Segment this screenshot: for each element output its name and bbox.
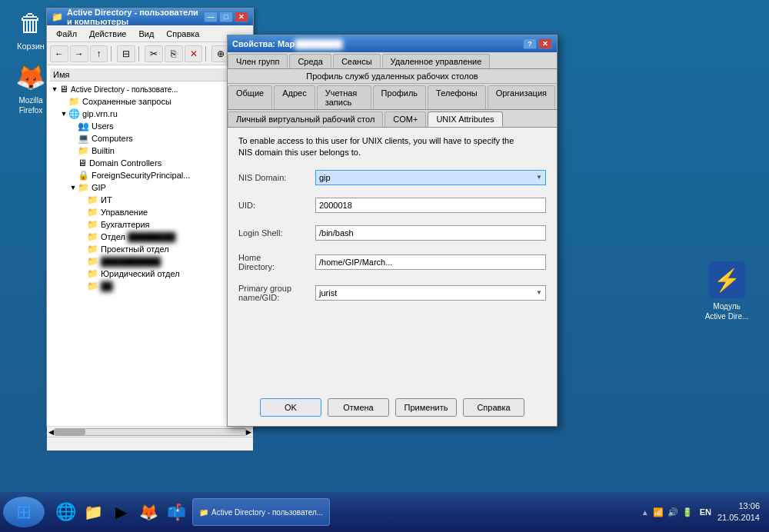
scrollbar-thumb[interactable] bbox=[55, 429, 85, 435]
ok-button[interactable]: OK bbox=[260, 398, 321, 417]
tab-org[interactable]: Организация bbox=[488, 85, 555, 109]
menu-view[interactable]: Вид bbox=[132, 28, 160, 40]
tab-personal-desktop[interactable]: Личный виртуальный рабочий стол bbox=[228, 111, 383, 127]
users-label: Users bbox=[92, 121, 114, 131]
foreign-label: ForeignSecurityPrincipal... bbox=[92, 171, 190, 180]
tree-item-dc[interactable]: 🖥 Domain Controllers bbox=[50, 157, 249, 169]
delete-button[interactable]: ✕ bbox=[185, 45, 203, 62]
back-button[interactable]: ← bbox=[50, 45, 68, 62]
expand-gip[interactable]: ▼ bbox=[59, 110, 68, 118]
tree-item-builtin[interactable]: 📁 Builtin bbox=[50, 145, 249, 157]
saved-label: Сохраненные запросы bbox=[82, 97, 171, 106]
quick-mail[interactable]: 📫 bbox=[165, 498, 188, 526]
tree-item-accounting[interactable]: 📁 Бухгалтерия bbox=[50, 218, 249, 231]
tab-sessions[interactable]: Сеансы bbox=[333, 54, 381, 68]
tray-sound-icon[interactable]: 🔊 bbox=[667, 506, 679, 518]
tab-env[interactable]: Среда bbox=[289, 54, 331, 68]
horizontal-scrollbar[interactable]: ◀ ▶ bbox=[47, 426, 253, 437]
cut-button[interactable]: ✂ bbox=[145, 45, 163, 62]
uid-label: UID: bbox=[238, 201, 315, 210]
tree-item-legal[interactable]: 📁 Юридический отдел bbox=[50, 268, 249, 280]
expand-gip-folder[interactable]: ▼ bbox=[68, 184, 78, 191]
tab-unix[interactable]: UNIX Attributes bbox=[428, 111, 502, 127]
menu-help[interactable]: Справка bbox=[160, 28, 205, 40]
scrollbar-track[interactable] bbox=[54, 428, 246, 436]
task-ad[interactable]: 📁 Active Directory - пользовател... bbox=[192, 498, 330, 526]
it-label: ИТ bbox=[101, 195, 112, 204]
scroll-right[interactable]: ▶ bbox=[246, 428, 251, 436]
tab-account[interactable]: Учетная запись bbox=[317, 85, 371, 109]
tree-item-it[interactable]: 📁 ИТ bbox=[50, 194, 249, 206]
window-title: Active Directory - пользователи и компью… bbox=[67, 8, 204, 26]
expand-root[interactable]: ▼ bbox=[50, 85, 59, 93]
ob-label: ██████████ bbox=[101, 257, 161, 266]
tree-item-ob[interactable]: 📁 ██████████ bbox=[50, 255, 249, 268]
tree-item-project[interactable]: 📁 Проектный отдел bbox=[50, 243, 249, 255]
menu-action[interactable]: Действие bbox=[83, 28, 132, 40]
help-dialog-button[interactable]: Справка bbox=[463, 398, 524, 417]
tree-item-management[interactable]: 📁 Управление bbox=[50, 206, 249, 218]
up-button[interactable]: ↑ bbox=[90, 45, 108, 62]
tab-phones[interactable]: Телефоны bbox=[428, 85, 486, 109]
tray-language[interactable]: EN bbox=[697, 507, 714, 517]
tab-profile[interactable]: Профиль bbox=[373, 85, 427, 109]
tree-item-saved[interactable]: 📁 Сохраненные запросы bbox=[50, 95, 249, 108]
dialog-controls: ? ✕ bbox=[523, 38, 552, 49]
tree-item-users[interactable]: 👥 Users bbox=[50, 120, 249, 132]
apply-button[interactable]: Применить bbox=[395, 398, 457, 417]
system-tray: ▲ 📶 🔊 🔋 EN 13:06 21.05.2014 bbox=[635, 500, 766, 524]
view-button[interactable]: ⊟ bbox=[117, 45, 135, 62]
dialog-close-button[interactable]: ✕ bbox=[538, 38, 552, 49]
scroll-left[interactable]: ◀ bbox=[48, 428, 54, 436]
uid-input[interactable] bbox=[315, 198, 546, 213]
tray-network-icon[interactable]: 📶 bbox=[652, 506, 664, 518]
menu-file[interactable]: Файл bbox=[50, 28, 83, 40]
minimize-button[interactable]: — bbox=[204, 12, 218, 22]
close-button[interactable]: ✕ bbox=[235, 12, 248, 22]
copy-button[interactable]: ⎘ bbox=[165, 45, 183, 62]
main-window: 📁 Active Directory - пользователи и комп… bbox=[46, 8, 254, 427]
tabs-row-2: Общие Адрес Учетная запись Профиль Телеф… bbox=[228, 84, 557, 110]
legal-label: Юридический отдел bbox=[101, 269, 180, 278]
tray-up-arrow[interactable]: ▲ bbox=[641, 508, 649, 517]
foreign-icon: 🔒 bbox=[78, 170, 89, 181]
tray-battery-icon[interactable]: 🔋 bbox=[681, 506, 694, 518]
dialog-titlebar: Свойства: Мар████████ ? ✕ bbox=[228, 35, 557, 52]
home-dir-input[interactable] bbox=[315, 254, 546, 270]
tab-member[interactable]: Член групп bbox=[228, 54, 288, 68]
tab-address[interactable]: Адрес bbox=[274, 85, 315, 109]
tree-item-computers[interactable]: 💻 Computers bbox=[50, 132, 249, 145]
menu-bar: Файл Действие Вид Справка bbox=[47, 25, 253, 42]
tab-com[interactable]: COM+ bbox=[384, 111, 426, 127]
login-shell-input[interactable] bbox=[315, 225, 546, 241]
tab-remote[interactable]: Удаленное управление bbox=[382, 54, 491, 68]
forward-button[interactable]: → bbox=[70, 45, 88, 62]
dialog-title: Свойства: Мар████████ bbox=[232, 39, 523, 48]
primary-group-dropdown[interactable]: jurist ▼ bbox=[315, 285, 546, 301]
nis-domain-dropdown[interactable]: gip ▼ bbox=[315, 170, 546, 185]
tab-general[interactable]: Общие bbox=[228, 85, 272, 109]
ad-module-icon[interactable]: ⚡ МодульActive Dire... bbox=[700, 261, 754, 321]
gip-folder-label: GIP bbox=[92, 183, 106, 192]
dialog-help-button[interactable]: ? bbox=[523, 38, 537, 49]
tree-panel[interactable]: Имя ▼ 🖥 Active Directory - пользовате...… bbox=[47, 65, 253, 426]
quick-explorer[interactable]: 📁 bbox=[82, 498, 105, 526]
quick-ie[interactable]: 🌐 bbox=[54, 498, 77, 526]
tree-item-gip[interactable]: ▼ 🌐 gip.vrn.ru bbox=[50, 108, 249, 120]
quick-firefox[interactable]: 🦊 bbox=[137, 498, 160, 526]
tabs-row-3: Личный виртуальный рабочий стол COM+ UNI… bbox=[228, 110, 557, 128]
tree-item-root[interactable]: ▼ 🖥 Active Directory - пользовате... bbox=[50, 83, 249, 95]
window-controls: — □ ✕ bbox=[204, 12, 248, 22]
tree-item-foreign[interactable]: 🔒 ForeignSecurityPrincipal... bbox=[50, 169, 249, 181]
maximize-button[interactable]: □ bbox=[219, 12, 233, 22]
tree-item-last[interactable]: 📁 ██ bbox=[50, 280, 249, 292]
tree-item-otdel[interactable]: 📁 Отдел ████████ bbox=[50, 231, 249, 243]
nis-domain-arrow: ▼ bbox=[536, 174, 542, 181]
computers-label: Computers bbox=[92, 134, 133, 143]
tree-item-gip-folder[interactable]: ▼ 📁 GIP bbox=[50, 181, 249, 194]
start-button[interactable]: ⊞ bbox=[3, 497, 45, 527]
project-icon: 📁 bbox=[87, 244, 98, 254]
quick-media[interactable]: ▶ bbox=[109, 498, 132, 526]
dc-icon: 🖥 bbox=[78, 158, 87, 168]
cancel-button[interactable]: Отмена bbox=[328, 398, 389, 417]
